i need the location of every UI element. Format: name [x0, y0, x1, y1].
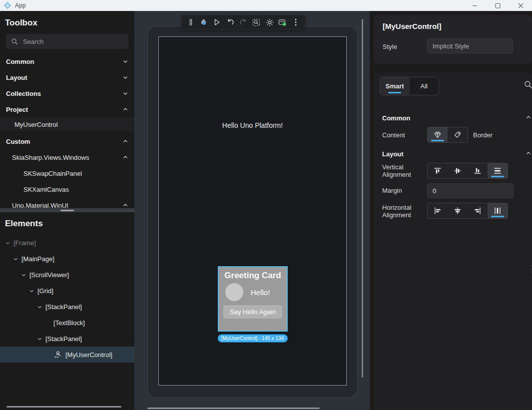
- toolbox-section-common[interactable]: Common: [0, 53, 134, 69]
- align-left-icon: [434, 207, 442, 215]
- app-window: App Toolbox: [0, 0, 532, 410]
- selected-usercontrol[interactable]: Greeting Card Hello! Say Hello Again: [218, 266, 288, 332]
- content-label: Content: [382, 131, 405, 139]
- chevron-up-icon: [122, 138, 128, 144]
- tree-item-frame[interactable]: [Frame]: [0, 235, 134, 251]
- vertical-alignment-label: Vertical Alignment: [382, 163, 420, 178]
- chevron-up-icon: [122, 106, 128, 112]
- hello-textblock[interactable]: Hello Uno Platform!: [159, 121, 346, 129]
- tab-all[interactable]: All: [410, 77, 439, 95]
- align-bottom-icon: [474, 167, 482, 175]
- tab-smart[interactable]: Smart: [380, 77, 410, 95]
- toolbox-item-myusercontrol[interactable]: MyUserControl: [0, 117, 134, 131]
- section-header-common[interactable]: Common: [382, 114, 410, 122]
- toolbox-item-skswapchainpanel[interactable]: SKSwapChainPanel: [0, 165, 134, 181]
- canvas-horizontal-scrollbar[interactable]: [147, 408, 320, 409]
- user-control-icon: [53, 351, 62, 359]
- chevron-up-icon[interactable]: [526, 114, 532, 120]
- search-icon: [11, 38, 18, 45]
- theme-toggle-sun-icon[interactable]: [265, 16, 275, 28]
- chevron-down-icon: [122, 90, 128, 96]
- vertical-alignment-toggle: [427, 163, 508, 179]
- selected-control-title: [MyUserControl]: [383, 22, 442, 30]
- valign-bottom-button[interactable]: [468, 163, 488, 178]
- toolbox-group-skiasharp[interactable]: SkiaSharp.Views.Windows: [0, 149, 134, 165]
- content-gem-toggle[interactable]: [428, 127, 448, 142]
- halign-left-button[interactable]: [428, 203, 448, 218]
- halign-center-button[interactable]: [448, 203, 468, 218]
- valign-center-button[interactable]: [448, 163, 468, 178]
- toolbox-section-layout[interactable]: Layout: [0, 69, 134, 85]
- style-input[interactable]: [427, 38, 513, 53]
- panel-splitter[interactable]: [0, 208, 134, 212]
- stretch-vertical-icon: [494, 167, 502, 175]
- titlebar: App: [0, 0, 532, 11]
- canvas-vertical-scrollbar[interactable]: [362, 19, 363, 378]
- elements-panel: Elements [Frame] [MainPage] [ScrollViewe…: [0, 212, 134, 410]
- align-right-icon: [474, 207, 482, 215]
- border-label: Border: [473, 131, 493, 139]
- design-surface: Hello Uno Platform! Greeting Card Hello!…: [134, 11, 370, 410]
- toolbox-group-uno-material[interactable]: Uno.Material.WinUI: [0, 197, 134, 208]
- toolbox-panel: Toolbox Common Layout: [0, 11, 134, 208]
- properties-search-icon[interactable]: [524, 80, 532, 89]
- chevron-up-icon: [122, 202, 128, 208]
- elements-scrollbar[interactable]: [6, 406, 121, 408]
- chevron-down-icon[interactable]: [21, 272, 27, 278]
- tree-item-mainpage[interactable]: [MainPage]: [0, 251, 134, 267]
- toolbox-item-skxamlcanvas[interactable]: SKXamlCanvas: [0, 181, 134, 197]
- selected-toggle-indicator: [491, 216, 504, 217]
- toolbar-drag-handle[interactable]: [186, 16, 196, 28]
- app-screen[interactable]: Hello Uno Platform! Greeting Card Hello!…: [158, 36, 347, 386]
- margin-input[interactable]: [427, 183, 514, 198]
- margin-label: Margin: [382, 187, 402, 194]
- tree-item-grid[interactable]: [Grid]: [0, 283, 134, 299]
- align-vcenter-icon: [454, 167, 462, 175]
- tree-item-stackpanel-2[interactable]: [StackPanel]: [0, 331, 134, 347]
- selection-size-badge: [MyUserControl] - 145 x 134: [217, 334, 288, 343]
- play-button[interactable]: [212, 16, 222, 28]
- tree-item-myusercontrol[interactable]: [MyUserControl]: [0, 347, 134, 363]
- close-button[interactable]: [509, 0, 532, 11]
- maximize-button[interactable]: [486, 0, 509, 11]
- undo-button[interactable]: [225, 16, 235, 28]
- tag-icon: [454, 131, 462, 139]
- chevron-down-icon[interactable]: [37, 336, 43, 342]
- properties-card: Smart All Common Content: [374, 72, 532, 410]
- toolbox-section-collections[interactable]: Collections: [0, 85, 134, 101]
- chevron-down-icon[interactable]: [13, 256, 19, 262]
- toolbox-section-custom[interactable]: Custom: [0, 133, 134, 149]
- chevron-down-icon: [122, 58, 128, 64]
- tree-item-textblock[interactable]: [TextBlock]: [0, 315, 134, 331]
- chevron-up-icon[interactable]: [526, 150, 532, 156]
- inspect-element-button[interactable]: [251, 16, 261, 28]
- splitter-grip-icon: [60, 210, 74, 211]
- toolbox-title: Toolbox: [5, 18, 134, 28]
- hot-reload-flame-icon[interactable]: [199, 16, 209, 28]
- form-validate-button[interactable]: [278, 16, 288, 28]
- content-tag-toggle[interactable]: [448, 127, 468, 142]
- tree-item-scrollviewer[interactable]: [ScrollViewer]: [0, 267, 134, 283]
- selected-toggle-indicator: [431, 140, 444, 141]
- app-logo-icon: [4, 2, 11, 9]
- left-panel: Toolbox Common Layout: [0, 11, 134, 410]
- halign-stretch-button[interactable]: [488, 203, 508, 218]
- more-options-kebab-icon[interactable]: [291, 16, 301, 28]
- toolbox-section-project[interactable]: Project: [0, 101, 134, 117]
- toolbox-search[interactable]: [6, 34, 128, 49]
- section-header-layout[interactable]: Layout: [382, 150, 404, 158]
- tree-item-stackpanel-1[interactable]: [StackPanel]: [0, 299, 134, 315]
- chevron-down-icon[interactable]: [37, 304, 43, 310]
- chevron-down-icon: [122, 74, 128, 80]
- redo-button[interactable]: [238, 16, 248, 28]
- valign-stretch-button[interactable]: [488, 163, 508, 178]
- chevron-down-icon[interactable]: [5, 240, 11, 246]
- valign-top-button[interactable]: [428, 163, 448, 178]
- say-hello-again-button[interactable]: Say Hello Again: [223, 305, 282, 319]
- property-tabs: Smart All: [380, 77, 439, 95]
- toolbox-search-input[interactable]: [23, 38, 113, 45]
- minimize-button[interactable]: [463, 0, 486, 11]
- align-hcenter-icon: [454, 207, 462, 215]
- halign-right-button[interactable]: [468, 203, 488, 218]
- chevron-down-icon[interactable]: [29, 288, 35, 294]
